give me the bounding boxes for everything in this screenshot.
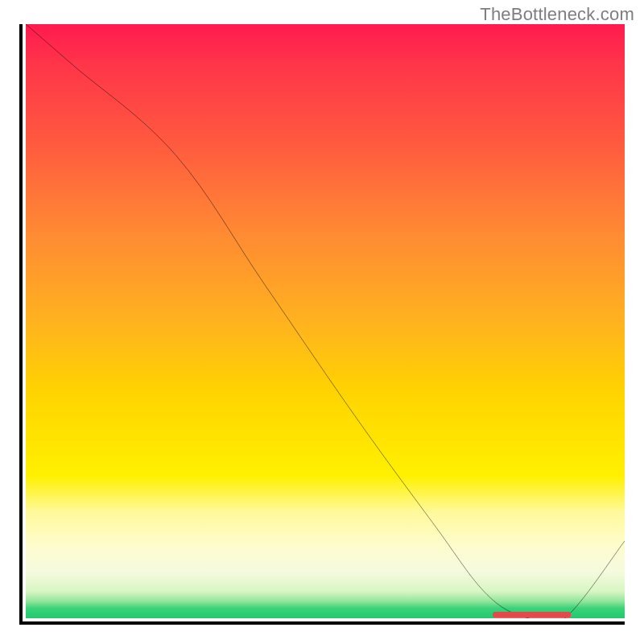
plot-frame — [19, 24, 625, 625]
plot-area — [26, 24, 625, 618]
optimum-range-marker — [493, 612, 571, 617]
bottleneck-curve — [26, 24, 625, 618]
attribution-text: TheBottleneck.com — [480, 4, 634, 25]
chart-container: TheBottleneck.com — [0, 0, 644, 644]
